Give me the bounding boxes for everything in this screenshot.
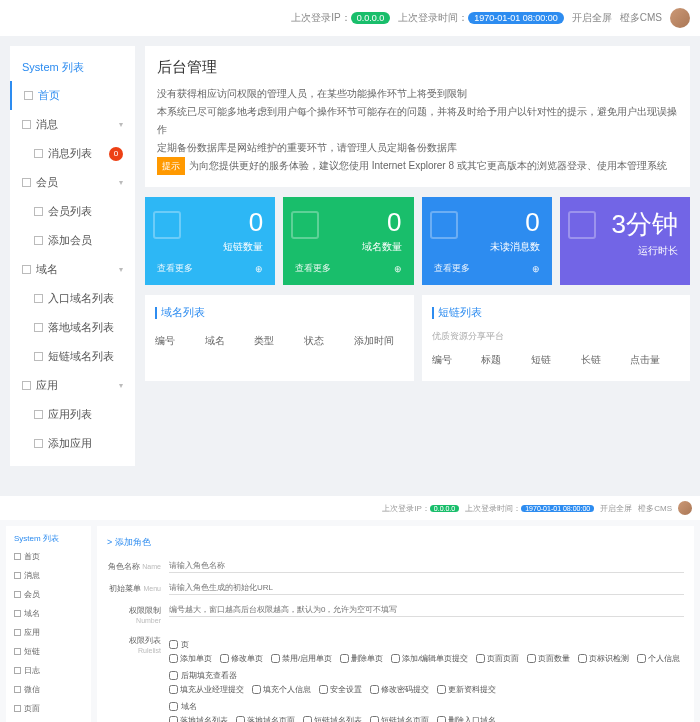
card-icon xyxy=(568,211,596,239)
sidebar-item[interactable]: 消息▾ xyxy=(10,110,135,139)
menu-icon xyxy=(34,352,43,361)
sidebar-item[interactable]: 入口域名列表 xyxy=(10,284,135,313)
perm-checkbox[interactable]: 页标识检测 xyxy=(578,653,629,664)
table-title: 域名列表 xyxy=(155,305,404,320)
sidebar-item[interactable]: 应用列表 xyxy=(10,400,135,429)
perm-checkbox[interactable]: 添加/编辑单页提交 xyxy=(391,653,468,664)
tip-badge: 提示 xyxy=(157,157,185,175)
perm-checkbox[interactable]: 修改单页 xyxy=(220,653,263,664)
card-label: 未读消息数 xyxy=(434,240,540,254)
sidebar-item[interactable]: 消息 xyxy=(6,566,91,585)
sidebar-item[interactable]: 添加应用 xyxy=(10,429,135,458)
perm-group-header[interactable]: 域名 xyxy=(169,701,684,712)
sidebar-item[interactable]: 会员▾ xyxy=(10,168,135,197)
perm-checkbox[interactable]: 落地域名列表 xyxy=(169,715,228,722)
perm-checkbox[interactable]: 个人信息 xyxy=(637,653,680,664)
stat-card[interactable]: 0域名数量查看更多⊕ xyxy=(283,197,413,285)
topbar: 上次登录IP：0.0.0.0 上次登录时间：1970-01-01 08:00:0… xyxy=(0,0,700,36)
form-row-menu: 初始菜单Menu xyxy=(107,581,684,595)
perm-checkbox[interactable]: 删除单页 xyxy=(340,653,383,664)
sidebar-item[interactable]: 应用▾ xyxy=(10,371,135,400)
menu-icon xyxy=(34,236,43,245)
perm-checkbox[interactable]: 删除入口域名 xyxy=(437,715,496,722)
perm-group-header[interactable]: 后期填充查看器 xyxy=(169,670,684,681)
sidebar-item[interactable]: 域名▾ xyxy=(10,255,135,284)
menu-icon xyxy=(34,207,43,216)
sidebar-item[interactable]: 会员列表 xyxy=(10,197,135,226)
stat-card[interactable]: 0未读消息数查看更多⊕ xyxy=(422,197,552,285)
group-checkbox[interactable] xyxy=(169,702,178,711)
perm-group-header[interactable]: 页 xyxy=(169,639,684,650)
menu-icon xyxy=(34,323,43,332)
sidebar-item[interactable]: 日志 xyxy=(6,661,91,680)
menu-icon xyxy=(34,149,43,158)
chevron-icon: ▾ xyxy=(119,120,123,129)
sidebar-item[interactable]: 短链域名列表 xyxy=(10,342,135,371)
perm-checkbox[interactable]: 更新资料提交 xyxy=(437,684,496,695)
breadcrumb: > 添加角色 xyxy=(107,536,684,549)
perm-checkbox[interactable]: 填充从业经理提交 xyxy=(169,684,244,695)
perm-checkbox[interactable]: 填充个人信息 xyxy=(252,684,311,695)
sidebar-item[interactable]: 微信 xyxy=(6,680,91,699)
sidebar-item[interactable]: 添加会员 xyxy=(10,226,135,255)
panel-title: 后台管理 xyxy=(157,58,678,77)
chevron-icon: ▾ xyxy=(119,178,123,187)
menu-icon xyxy=(22,381,31,390)
perm-checkbox[interactable]: 短链域名列表 xyxy=(303,715,362,722)
perm-checkbox[interactable]: 添加单页 xyxy=(169,653,212,664)
last-time-label: 上次登录时间：1970-01-01 08:00:00 xyxy=(465,503,594,514)
perm-checkbox[interactable]: 短链域名页面 xyxy=(370,715,429,722)
perm-checkbox[interactable]: 落地域名页面 xyxy=(236,715,295,722)
card-more-link[interactable]: 查看更多⊕ xyxy=(434,262,540,275)
sidebar-item[interactable]: 页面 xyxy=(6,699,91,718)
form-row-rule: 权限限制Number xyxy=(107,603,684,625)
panel-line: 没有获得相应访问权限的管理人员，在某些功能操作环节上将受到限制 xyxy=(157,85,678,103)
rule-number-input[interactable] xyxy=(169,603,684,617)
sidebar-item[interactable]: 域名 xyxy=(6,604,91,623)
sidebar-item[interactable]: 订单 xyxy=(6,718,91,722)
badge: 0 xyxy=(109,147,123,161)
card-more-link[interactable]: 查看更多⊕ xyxy=(157,262,263,275)
sidebar-item[interactable]: 首页 xyxy=(10,81,135,110)
panel-line: 定期备份数据库是网站维护的重要环节，请管理人员定期备份数据库 xyxy=(157,139,678,157)
table-subtitle: 优质资源分享平台 xyxy=(432,330,681,343)
perm-checkbox[interactable]: 修改密码提交 xyxy=(370,684,429,695)
group-checkbox[interactable] xyxy=(169,640,178,649)
sidebar-item[interactable]: 会员 xyxy=(6,585,91,604)
fullscreen-link[interactable]: 开启全屏 xyxy=(600,503,632,514)
sidebar-item[interactable]: 消息列表0 xyxy=(10,139,135,168)
card-more-link[interactable]: 查看更多⊕ xyxy=(295,262,401,275)
col-header: 添加时间 xyxy=(354,334,404,348)
col-header: 长链 xyxy=(581,353,631,367)
avatar[interactable] xyxy=(670,8,690,28)
perm-checkbox[interactable]: 页面页面 xyxy=(476,653,519,664)
col-header: 编号 xyxy=(432,353,482,367)
stat-card[interactable]: 0短链数量查看更多⊕ xyxy=(145,197,275,285)
stat-card[interactable]: 3分钟运行时长 xyxy=(560,197,690,285)
menu-icon xyxy=(14,591,21,598)
cms-link[interactable]: 橙多CMS xyxy=(620,11,662,25)
fullscreen-link[interactable]: 开启全屏 xyxy=(572,11,612,25)
group-checkbox[interactable] xyxy=(169,671,178,680)
menu-icon xyxy=(14,686,21,693)
role-name-input[interactable] xyxy=(169,559,684,573)
avatar[interactable] xyxy=(678,501,692,515)
perm-checkbox[interactable]: 禁用/启用单页 xyxy=(271,653,332,664)
menu-icon xyxy=(14,629,21,636)
sidebar: System 列表 首页消息▾消息列表0会员▾会员列表添加会员域名▾入口域名列表… xyxy=(10,46,135,466)
sidebar-item[interactable]: 应用 xyxy=(6,623,91,642)
domain-table: 域名列表 编号域名类型状态添加时间 xyxy=(145,295,414,381)
col-header: 点击量 xyxy=(630,353,680,367)
topbar: 上次登录IP：0.0.0.0 上次登录时间：1970-01-01 08:00:0… xyxy=(0,496,700,520)
init-menu-input[interactable] xyxy=(169,581,684,595)
perm-checkbox[interactable]: 页面数量 xyxy=(527,653,570,664)
cms-link[interactable]: 橙多CMS xyxy=(638,503,672,514)
sidebar-item[interactable]: 首页 xyxy=(6,547,91,566)
col-header: 短链 xyxy=(531,353,581,367)
card-label: 运行时长 xyxy=(572,244,678,258)
perm-checkbox[interactable]: 安全设置 xyxy=(319,684,362,695)
sidebar-item[interactable]: 短链 xyxy=(6,642,91,661)
form-row-name: 角色名称Name xyxy=(107,559,684,573)
sidebar-item[interactable]: 落地域名列表 xyxy=(10,313,135,342)
card-icon xyxy=(153,211,181,239)
